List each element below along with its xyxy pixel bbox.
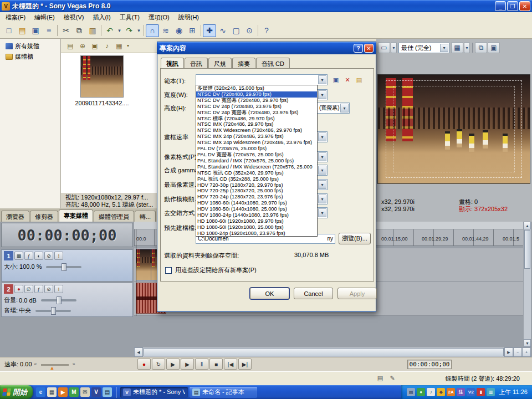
template-option[interactable]: NTSC IMX Widescreen (720x486, 29.970 fps… [196, 127, 317, 134]
media-capture-icon[interactable]: ▣ [89, 40, 101, 52]
media-extract-audio-icon[interactable]: ♪ [101, 40, 113, 52]
dialog-button[interactable]: OK [250, 288, 289, 299]
slider-handle[interactable] [62, 263, 66, 271]
template-option[interactable]: HDV 1080-50i (1440x1080, 25.000 fps) [196, 206, 317, 212]
auto-ripple-icon[interactable]: ≋ [159, 24, 172, 37]
template-option[interactable]: HDV 1080-24p (1440x1080, 23.976 fps) [196, 212, 317, 218]
project-properties-icon[interactable]: ≡ [42, 24, 55, 37]
menu-item[interactable]: 工具(T) [115, 12, 144, 23]
status-print-icon[interactable]: ▤ [376, 374, 385, 382]
mute-button[interactable]: ⊘ [44, 285, 53, 293]
track-fx-icon[interactable]: ƒ [34, 285, 43, 293]
template-option[interactable]: HD 1080-60i (1920x1080, 29.970 fps) [196, 218, 317, 224]
zoom-out-button[interactable]: − [513, 347, 522, 357]
template-option[interactable]: NTSC DV 24p 寬螢幕 (720x480, 23.976 fps) [196, 110, 317, 116]
tray-ime-2a-icon[interactable]: 2A [447, 388, 455, 396]
track-fx-icon[interactable]: ƒ [24, 252, 33, 260]
volume-slider[interactable] [41, 299, 76, 301]
taskbar-clock[interactable]: 上午 11:26 [499, 388, 528, 396]
overlay-grid-button[interactable]: ▦ [451, 42, 463, 53]
taskbar-item-vegas[interactable]: V 未標題的 * - Sony Ve... [120, 387, 188, 398]
zoom-in-button[interactable]: + [522, 347, 531, 357]
menu-item[interactable]: 檢視(V) [59, 12, 89, 23]
arm-record-button[interactable]: ● [14, 285, 23, 293]
template-option[interactable]: PAL 視訊 CD (352x288, 25.000 fps) [196, 176, 317, 182]
template-option[interactable]: NTSC IMX 24p Widescreen (720x486, 23.976… [196, 140, 317, 146]
mute-button[interactable]: ⊘ [44, 252, 53, 260]
automation-settings-icon[interactable]: ◐ [34, 252, 43, 260]
start-all-new-projects-checkbox[interactable]: 用這些設定開始所有新專案(P) [165, 266, 257, 274]
undo-icon[interactable]: ↶ [103, 24, 116, 37]
template-option[interactable]: HDV 1080-60i (1440x1080, 29.970 fps) [196, 200, 317, 206]
scroll-down-icon[interactable]: ▼ [524, 339, 531, 347]
slider-handle[interactable] [57, 296, 62, 304]
ql-show-desktop-icon[interactable]: ▦ [47, 387, 57, 397]
loop-playback-button[interactable]: ↻ [152, 359, 165, 370]
ql-media-player-icon[interactable]: ▶ [58, 387, 68, 397]
combo-arrow-icon[interactable]: ▾ [318, 132, 326, 141]
media-thumbnail[interactable]: 20090117143342.... [71, 55, 133, 106]
media-views-icon[interactable]: ▦ [113, 40, 125, 52]
horizontal-scrollbar[interactable]: ◀ ▶ − + [134, 347, 531, 357]
tree-item-media-bin[interactable]: 媒體櫃 [0, 52, 60, 62]
scroll-left-icon[interactable]: ◀ [134, 347, 143, 357]
tray-monitor-icon[interactable]: ▮ [477, 388, 485, 396]
paste-icon[interactable]: ▥ [86, 24, 99, 37]
rate-slider[interactable]: « » ▲ [35, 361, 74, 369]
play-from-start-button[interactable]: ▶ [166, 359, 180, 370]
combo-arrow-icon[interactable]: ▾ [318, 195, 326, 203]
transport-timecode[interactable]: 00:00:00;00 [407, 360, 452, 369]
combo-arrow-icon[interactable]: ▾ [440, 44, 448, 52]
template-option[interactable]: PAL Standard / IMX Widescreen (720x576, … [196, 164, 317, 170]
redo-menu-arrow[interactable]: ▾ [136, 24, 142, 37]
template-option[interactable]: NTSC 標準 (720x486, 29.970 fps) [196, 116, 317, 122]
copy-frame-icon[interactable]: ⧉ [475, 42, 487, 53]
pause-button[interactable]: ‖ [195, 359, 208, 370]
template-option[interactable]: NTSC DV (720x480, 29.970 fps) [196, 91, 317, 98]
toolbar-button[interactable] [201, 25, 201, 36]
taskbar-item-notepad[interactable]: ▤ 未命名 - 記事本 [190, 387, 257, 398]
scroll-right-icon[interactable]: ▶ [504, 347, 513, 357]
close-button[interactable]: ✕ [519, 1, 530, 11]
template-option[interactable]: HD 1080-50i (1920x1080, 25.000 fps) [196, 224, 317, 231]
template-option[interactable]: PAL DV 寬螢幕 (720x576, 25.000 fps) [196, 152, 317, 158]
save-frame-icon[interactable]: ▣ [488, 42, 500, 53]
media-window-tab[interactable]: 媒體管理員 [94, 211, 134, 222]
combo-arrow-icon[interactable]: ▾ [340, 104, 349, 112]
scroll-up-icon[interactable]: ▲ [524, 222, 531, 229]
slider-handle[interactable] [51, 307, 56, 315]
selection-edit-tool-icon[interactable]: ▢ [229, 24, 243, 37]
video-track-header[interactable]: 1 ▦ƒ◐⊘! 大小: 100.0 % [1, 249, 133, 282]
scrollbar-thumb[interactable] [524, 230, 530, 269]
tray-volume-icon[interactable]: ♪ [427, 388, 435, 396]
template-option[interactable]: HD 1080-24p (1920x1080, 23.976 fps) [196, 231, 317, 237]
lock-envelopes-icon[interactable]: ◉ [172, 24, 186, 37]
template-option[interactable]: NTSC IMX 24p (720x486, 23.976 fps) [196, 134, 317, 140]
combo-arrow-icon[interactable]: ▾ [318, 152, 326, 161]
undo-menu-arrow[interactable]: ▾ [116, 24, 122, 37]
tree-item-all-media[interactable]: 所有媒體 [0, 41, 60, 52]
template-option[interactable]: HDV 720-24p (1280x720, 23.976 fps) [196, 194, 317, 200]
new-project-icon[interactable]: □ [2, 24, 16, 37]
track-motion-icon[interactable]: ▦ [14, 252, 23, 260]
enable-snapping-icon[interactable]: ∩ [146, 24, 159, 37]
ql-ie-icon[interactable]: e [36, 387, 45, 397]
envelope-edit-tool-icon[interactable]: ∿ [216, 24, 229, 37]
combo-arrow-icon[interactable]: ▾ [318, 180, 326, 189]
ql-notepad-icon[interactable]: ▤ [103, 387, 112, 397]
timecode-display[interactable]: 00:00:00;00 [1, 223, 133, 247]
rate-control[interactable]: 速率: 0.00 « » ▲ [4, 360, 74, 369]
monitor-menu-arrow[interactable]: ▾ [391, 42, 397, 53]
menu-item[interactable]: 檔案(F) [1, 12, 30, 23]
copy-icon[interactable]: ⧉ [73, 24, 86, 37]
tray-display-icon[interactable]: ▤ [407, 388, 415, 396]
tray-scheduler-icon[interactable]: ◆ [437, 388, 445, 396]
rate-marker-icon[interactable]: ▲ [50, 365, 55, 371]
media-views-arrow[interactable]: ▾ [125, 40, 131, 52]
toolbar-button[interactable] [258, 25, 258, 36]
media-window-tab[interactable]: 修剪器 [30, 211, 58, 222]
ql-messenger-icon[interactable]: M [69, 387, 79, 397]
record-button[interactable]: ● [137, 359, 151, 370]
media-new-bin-icon[interactable]: ▤ [64, 40, 76, 52]
template-option[interactable]: PAL DV (720x576, 25.000 fps) [196, 146, 317, 152]
